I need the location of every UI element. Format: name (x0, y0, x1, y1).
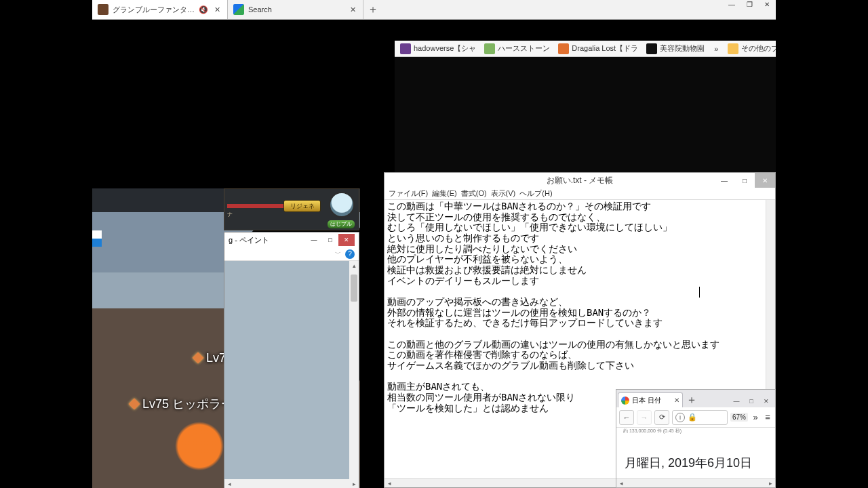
minimize-button[interactable]: — (714, 173, 734, 188)
close-button[interactable]: ✕ (759, 395, 774, 407)
scrollbar-vertical[interactable]: ▴ (349, 261, 359, 479)
close-icon[interactable]: ✕ (212, 5, 222, 14)
scrollbar-thumb[interactable] (351, 274, 357, 302)
left-edge-fragment (92, 230, 102, 258)
date-answer: 月曜日, 2019年6月10日 (625, 455, 771, 471)
site-info-icon[interactable]: i (675, 413, 685, 422)
menu-view[interactable]: 表示(V) (490, 188, 517, 199)
scroll-left-icon[interactable]: ◂ (224, 479, 234, 488)
close-button[interactable]: ✕ (755, 173, 775, 188)
scrollbar-horizontal[interactable]: ◂ ▸ (224, 479, 359, 488)
bookmarks-overflow[interactable]: » (710, 45, 722, 53)
bookmark-icon (646, 43, 657, 54)
browser-tabstrip: グランブルーファンタジー 🔇 ✕ Search ✕ ＋ (92, 0, 776, 20)
bookmarks-bar: hadowverse【シャ ハースストーン Dragalia Lost【ドラ 美… (395, 41, 776, 57)
menu-format[interactable]: 書式(O) (460, 188, 488, 199)
favicon-icon (98, 4, 108, 15)
maximize-button[interactable]: □ (744, 395, 759, 407)
skill-button[interactable]: リジェネ (283, 200, 321, 212)
minimize-button[interactable]: — (723, 0, 741, 11)
reload-button[interactable]: ⟳ (654, 410, 669, 425)
menu-help[interactable]: ヘルプ(H) (518, 188, 553, 199)
tab-title: グランブルーファンタジー (113, 5, 195, 15)
notepad-titlebar[interactable]: お願い.txt - メモ帳 — □ ✕ (384, 173, 775, 188)
paint-titlebar[interactable]: g - ペイント — □ ✕ (224, 232, 359, 247)
paint-window: g - ペイント — □ ✕ ﹀ ? ▴ ◂ ▸ (224, 232, 359, 488)
new-tab-button[interactable]: ＋ (363, 0, 382, 19)
chevron-right-icon[interactable]: » (751, 412, 760, 422)
zoom-badge[interactable]: 67% (730, 413, 748, 422)
minimize-button[interactable]: — (729, 395, 744, 407)
mute-icon[interactable]: 🔇 (199, 5, 208, 14)
mini-tabstrip: 日本 日付 ✕ ＋ — □ ✕ (616, 390, 775, 407)
avatar[interactable] (329, 192, 355, 218)
help-icon[interactable]: ? (345, 249, 355, 259)
scrollbar-horizontal[interactable]: ◂ ▸ (616, 478, 775, 487)
close-button[interactable]: ✕ (758, 0, 776, 11)
google-icon (621, 396, 629, 405)
menu-file[interactable]: ファイル(F) (387, 188, 429, 199)
close-button[interactable]: ✕ (338, 234, 355, 246)
status-text: ナ (227, 211, 233, 218)
mini-toolbar: ← → ⟳ i 🔒 67% » ≡ (616, 407, 775, 428)
tab-granblue[interactable]: グランブルーファンタジー 🔇 ✕ (92, 0, 228, 19)
mini-tab-title: 日本 日付 (632, 396, 661, 405)
bookmark-dragalia[interactable]: Dragalia Lost【ドラ (555, 43, 641, 54)
favicon-icon (233, 4, 244, 15)
bookmark-icon (484, 43, 495, 54)
folder-icon (728, 43, 738, 54)
forward-button[interactable]: → (637, 410, 652, 425)
text-caret (699, 287, 700, 298)
scroll-right-icon[interactable]: ▸ (349, 479, 359, 488)
chevron-down-icon[interactable]: ﹀ (335, 249, 341, 258)
close-icon[interactable]: ✕ (348, 5, 357, 14)
bookmark-icon (400, 43, 411, 54)
scroll-up-icon[interactable]: ▴ (349, 261, 359, 270)
notepad-title: お願い.txt - メモ帳 (547, 175, 614, 186)
back-button[interactable]: ← (619, 410, 634, 425)
minimize-button[interactable]: — (306, 234, 322, 246)
target-icon (129, 399, 140, 410)
bookmark-other-folder[interactable]: その他のブックマ (725, 43, 776, 54)
scroll-left-icon[interactable]: ◂ (616, 479, 626, 487)
mini-tab-google[interactable]: 日本 日付 ✕ (618, 392, 683, 407)
url-bar[interactable]: i 🔒 (672, 410, 728, 425)
game-ui-fragment: ナ リジェネ はじブル (224, 188, 359, 230)
maximize-button[interactable]: □ (322, 234, 338, 246)
close-icon[interactable]: ✕ (674, 396, 679, 404)
new-tab-button[interactable]: ＋ (684, 392, 699, 407)
bookmark-hearthstone[interactable]: ハースストーン (481, 43, 553, 54)
tab-search[interactable]: Search ✕ (228, 0, 363, 19)
result-stats: 約 133,000,000 件 (0.45 秒) (623, 428, 682, 434)
tab-title: Search (248, 5, 344, 14)
window-controls: — ❐ ✕ (723, 0, 776, 11)
menu-icon[interactable]: ≡ (763, 412, 772, 422)
mini-browser-window: 日本 日付 ✕ ＋ — □ ✕ ← → ⟳ i 🔒 67% » ≡ 約 133,… (616, 389, 776, 488)
bookmark-shadowverse[interactable]: hadowverse【シャ (397, 43, 479, 54)
mini-viewport: 約 133,000,000 件 (0.45 秒) 月曜日, 2019年6月10日 (616, 428, 775, 478)
start-button[interactable]: はじブル (328, 220, 355, 228)
paint-title: g - ペイント (229, 235, 306, 245)
maximize-button[interactable]: ❐ (741, 0, 758, 11)
lock-icon: 🔒 (688, 413, 697, 422)
scroll-right-icon[interactable]: ▸ (766, 479, 775, 487)
menu-edit[interactable]: 編集(E) (431, 188, 458, 199)
paint-ribbon: ﹀ ? (224, 247, 359, 261)
scroll-left-icon[interactable]: ◂ (384, 479, 394, 487)
paint-canvas[interactable] (224, 261, 359, 479)
target-icon (193, 352, 204, 364)
notepad-menubar: ファイル(F) 編集(E) 書式(O) 表示(V) ヘルプ(H) (384, 188, 775, 200)
maximize-button[interactable]: □ (734, 173, 755, 188)
browser-viewport-dark (395, 57, 776, 172)
bookmark-icon (558, 43, 569, 54)
bookmark-beauty[interactable]: 美容院動物園 (644, 43, 707, 54)
